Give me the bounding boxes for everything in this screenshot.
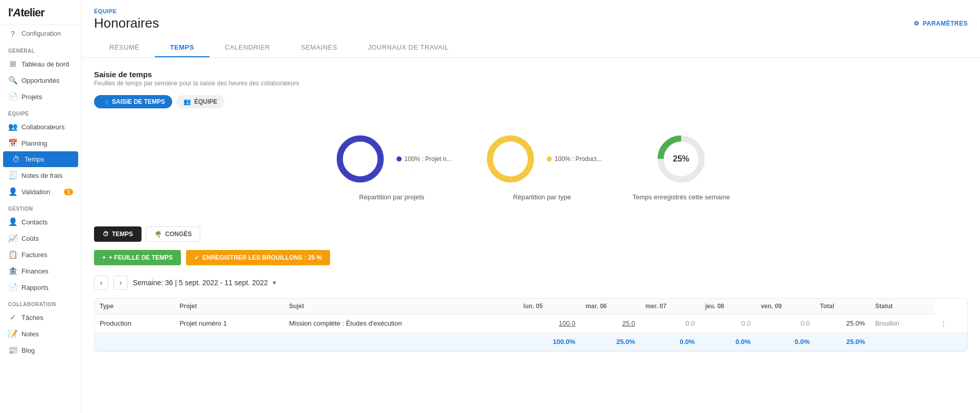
cell-0-6[interactable]: 0.0 [700,314,756,333]
action-tabs: ⏱ TEMPS🌴 CONGÉS [94,226,968,242]
sidebar-label-factures: Factures [21,251,48,259]
tab-semaines[interactable]: SEMAINES [286,38,353,57]
sidebar-item-factures[interactable]: 📋 Factures [0,246,81,263]
chart-projets: 100% : Projet n... Répartition par proje… [332,131,452,201]
row-more-icon[interactable]: ⋮ [940,319,947,327]
svg-point-1 [340,139,381,179]
cell-0-5[interactable]: 0.0 [640,314,700,333]
timesheet-table-container: TypeProjetSujetlun. 05mar. 06mer. 07jeu.… [94,298,968,352]
taches-icon: ✓ [8,313,17,322]
prev-week-button[interactable]: ‹ [94,276,108,290]
total-cell-9 [870,333,935,351]
th-projet: Projet [174,299,284,314]
sidebar-item-validation[interactable]: 👤 Validation 1 [0,183,81,200]
sidebar-item-planning[interactable]: 📅 Planning [0,135,81,151]
sidebar-item-finances[interactable]: 🏦 Finances [0,263,81,279]
saisie-temps-title: Saisie de temps [94,70,968,79]
chart-label-type: Répartition par type [513,193,571,201]
filter-buttons: 👥 SAISIE DE TEMPS 👥 ÉQUIPE [94,95,968,108]
parametres-button[interactable]: ⚙ PARAMÈTRES [914,20,968,27]
sidebar-item-tableau-de-bord[interactable]: ⊞ Tableau de bord [0,56,81,72]
cell-0-7[interactable]: 0.0 [756,314,815,333]
filter-saisie-button[interactable]: 👥 SAISIE DE TEMPS [94,95,172,108]
total-cell-2 [284,333,518,351]
logo: l'Atelier [0,0,81,25]
page-title: Honoraires [94,15,159,31]
sidebar-item-contacts[interactable]: 👤 Contacts [0,214,81,230]
add-feuille-label: + FEUILLE DE TEMPS [109,254,173,261]
save-brouillons-button[interactable]: ✓ ENREGISTRER LES BROUILLONS : 25 % [186,250,330,265]
factures-icon: 📋 [8,250,17,259]
filter-saisie-label: SAISIE DE TEMPS [112,98,165,105]
th-total: Total [815,299,870,314]
svg-point-3 [490,139,531,179]
sidebar-section-général: GÉNÉRAL [0,42,81,56]
header-title-row: Honoraires ⚙ PARAMÈTRES [94,15,968,38]
cell-0-0: Production [95,314,174,333]
totals-row: 100.0%25.0%0.0%0.0%0.0%25.0% [95,333,967,351]
total-cell-0 [95,333,174,351]
sidebar-item-notes-de-frais[interactable]: 🧾 Notes de frais [0,167,81,183]
chart-legend-projets: 100% : Projet n... [396,155,452,163]
cell-0-1: Projet numéro 1 [174,314,284,333]
temps-tab-label: TEMPS [112,231,133,238]
sidebar-item-projets[interactable]: 📄 Projets [0,88,81,105]
tab-temps[interactable]: TEMPS [155,38,209,57]
conges-tab-label: CONGÉS [165,231,192,238]
plus-icon: + [102,254,106,261]
contacts-icon: 👤 [8,217,17,226]
action-tab-temps[interactable]: ⏱ TEMPS [94,226,142,242]
table-row: ProductionProjet numéro 1Mission complèt… [95,314,967,333]
sidebar-item-rapports[interactable]: 📄 Rapports [0,279,81,295]
cell-0-3[interactable]: 100.0 [518,314,580,333]
donut-semaine: 25% [653,131,709,187]
page-header: ÉQUIPE Honoraires ⚙ PARAMÈTRES RÉSUMÉTEM… [82,0,980,58]
total-cell-7: 0.0% [756,333,815,351]
equipe-label: ÉQUIPE [94,8,968,14]
sidebar: l'Atelier ? Configuration GÉNÉRAL ⊞ Tabl… [0,0,82,413]
donut-type [482,131,539,187]
sidebar-item-opportunites[interactable]: 🔍 Opportunités [0,72,81,88]
legend-dot-type [547,156,552,162]
sidebar-item-blog[interactable]: 📰 Blog [0,342,81,358]
add-feuille-button[interactable]: + + FEUILLE DE TEMPS [94,250,181,265]
chart-label-semaine: Temps enregistrés cette semaine [633,193,730,201]
sidebar-label-finances: Finances [21,267,49,275]
badge-validation: 1 [64,189,73,195]
th-sujet: Sujet [284,299,518,314]
cell-0-8: 25.0% [815,314,870,333]
tab-journaux-de-travail[interactable]: JOURNAUX DE TRAVAIL [353,38,464,57]
filter-equipe-button[interactable]: 👥 ÉQUIPE [176,95,224,108]
th-mar--06: mar. 06 [580,299,640,314]
th-mer--07: mer. 07 [640,299,700,314]
table-head: TypeProjetSujetlun. 05mar. 06mer. 07jeu.… [95,299,967,314]
validation-icon: 👤 [8,187,17,196]
rapports-icon: 📄 [8,283,17,292]
sidebar-item-couts[interactable]: 📈 Coûts [0,230,81,246]
tab-resume[interactable]: RÉSUMÉ [94,38,155,57]
next-week-button[interactable]: › [113,276,128,290]
th-statut: Statut [870,299,935,314]
total-cell-5: 0.0% [640,333,700,351]
tab-calendrier[interactable]: CALENDRIER [209,38,286,57]
action-tab-conges[interactable]: 🌴 CONGÉS [146,226,200,242]
sidebar-label-rapports: Rapports [21,284,49,291]
th-ven--09: ven. 09 [756,299,815,314]
sidebar-label-planning: Planning [21,140,48,147]
sidebar-label-validation: Validation [21,188,50,196]
donut-svg-projets [332,131,388,187]
sidebar-item-notes[interactable]: 📝 Notes [0,326,81,342]
sidebar-item-collaborateurs[interactable]: 👥 Collaborateurs [0,119,81,135]
sidebar-item-taches[interactable]: ✓ Tâches [0,309,81,326]
charts-row: 100% : Projet n... Répartition par proje… [94,121,968,211]
legend-text-projets: 100% : Projet n... [405,155,452,163]
notes-de-frais-icon: 🧾 [8,171,17,180]
sidebar-item-temps[interactable]: ⏱ Temps [3,151,78,167]
planning-icon: 📅 [8,139,17,148]
sidebar-item-configuration[interactable]: ? Configuration [0,25,81,42]
cell-0-4[interactable]: 25.0 [580,314,640,333]
collaborateurs-icon: 👥 [8,122,17,131]
week-dropdown-icon[interactable]: ▾ [273,279,276,286]
donut-svg-type [482,131,539,187]
check-icon: ✓ [194,254,199,261]
